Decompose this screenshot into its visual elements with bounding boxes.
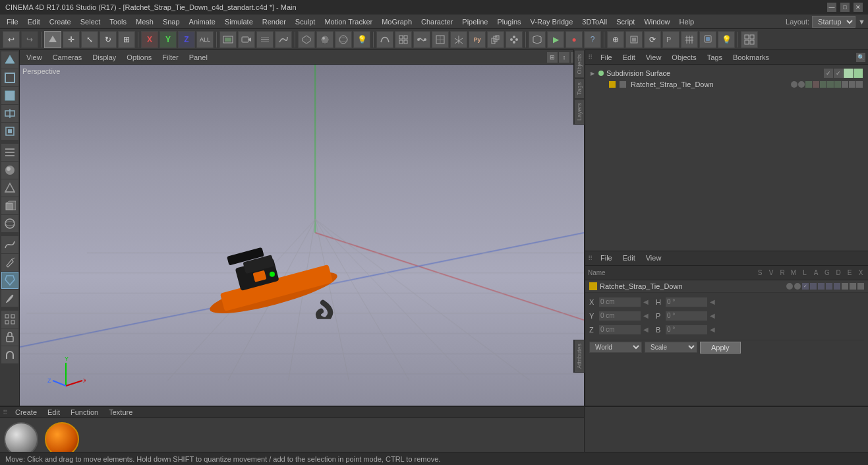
phong-button[interactable] (316, 31, 333, 48)
vp-menu-view[interactable]: View (22, 52, 46, 63)
perspective-button[interactable] (298, 31, 315, 48)
bulb-button[interactable]: 💡 (718, 31, 735, 48)
mat-menu-create[interactable]: Create (11, 407, 41, 418)
menu-snap[interactable]: Snap (159, 16, 184, 27)
obj-mgr-search-icon[interactable]: 🔍 (856, 53, 865, 62)
menu-animate[interactable]: Animate (185, 16, 219, 27)
menu-select[interactable]: Select (76, 16, 105, 27)
obj-row-ratchet[interactable]: Ratchet_Strap_Tie_Down (588, 79, 865, 90)
ratchet-sm-2[interactable] (813, 81, 819, 88)
menu-tools[interactable]: Tools (105, 16, 130, 27)
y-axis-button[interactable]: Y (159, 31, 177, 48)
vp-menu-filter[interactable]: Filter (158, 52, 182, 63)
rotate2-button[interactable]: ⟳ (644, 31, 661, 48)
deform-button[interactable] (376, 31, 393, 48)
sphere-icon[interactable] (1, 215, 18, 232)
active-tool-icon[interactable] (1, 272, 18, 289)
object-mode-icon[interactable] (1, 51, 18, 69)
minimize-button[interactable]: — (827, 3, 836, 12)
display-tag-button[interactable] (529, 31, 546, 48)
paint-tool-icon[interactable] (1, 290, 18, 307)
pen-tool-icon[interactable] (1, 254, 18, 271)
subdiv-swatch2[interactable] (854, 69, 863, 78)
grid-snap-icon[interactable] (1, 311, 18, 328)
attr-menu-edit[interactable]: Edit (619, 253, 639, 263)
shading-icon[interactable] (1, 162, 18, 179)
uvw-mode-icon[interactable] (1, 123, 18, 140)
z-axis-button[interactable]: Z (178, 31, 195, 48)
mat-menu-edit[interactable]: Edit (43, 407, 64, 418)
world-dropdown[interactable]: World Local Object (589, 342, 642, 353)
vtab-attributes[interactable]: Attributes (574, 340, 585, 373)
display-lines-icon[interactable] (1, 144, 18, 161)
z-pos-input[interactable] (598, 325, 641, 335)
ratchet-sm-3[interactable] (820, 81, 826, 88)
apply-button[interactable]: Apply (700, 342, 741, 354)
vtab-layers[interactable]: Layers (574, 99, 585, 125)
menu-edit[interactable]: Edit (24, 16, 44, 27)
py-button[interactable]: Py (469, 31, 486, 48)
menu-help[interactable]: Help (676, 16, 699, 27)
question-button[interactable]: ? (584, 31, 601, 48)
model-mode-button[interactable] (44, 31, 61, 48)
vertex-mode-icon[interactable] (1, 105, 18, 122)
ratchet-sm-5[interactable] (834, 81, 841, 88)
b-rot-input[interactable] (665, 325, 708, 335)
menu-plugins[interactable]: Plugins (493, 16, 525, 27)
maximize-button[interactable]: □ (840, 3, 850, 12)
close-button[interactable]: ✕ (854, 3, 863, 12)
obj-row-subdivision[interactable]: ▶ Subdivision Surface ✓ ✓ (588, 67, 865, 79)
spline-button[interactable] (413, 31, 430, 48)
curve-editor-button[interactable] (275, 31, 292, 48)
subdiv-check-2[interactable]: ✓ (834, 69, 843, 78)
obj-menu-objects[interactable]: Objects (668, 52, 700, 63)
menu-file[interactable]: File (3, 16, 22, 27)
face-mode-icon[interactable] (1, 87, 18, 104)
timeline-button[interactable] (256, 31, 274, 48)
ratchet-sm-6[interactable] (842, 81, 848, 88)
vp-icon-1[interactable]: ⊞ (547, 52, 558, 63)
transform-tool-button[interactable]: ⊞ (118, 31, 135, 48)
lock-icon[interactable] (1, 328, 18, 346)
h-rot-input[interactable] (665, 297, 708, 307)
vp-menu-options[interactable]: Options (123, 52, 156, 63)
record-button[interactable]: ● (565, 31, 583, 48)
redo-button[interactable]: ↪ (21, 31, 38, 48)
play-button[interactable]: ▶ (547, 31, 564, 48)
select-button[interactable] (625, 31, 643, 48)
undo-button[interactable]: ↩ (3, 31, 20, 48)
move2-button[interactable]: ⊕ (607, 31, 624, 48)
obj-menu-bookmarks[interactable]: Bookmarks (729, 52, 773, 63)
subdiv-swatch[interactable] (844, 69, 853, 78)
sphere-display-button[interactable] (335, 31, 352, 48)
layout-arrow-icon[interactable]: ▼ (858, 18, 865, 26)
array-button[interactable] (395, 31, 412, 48)
camera-button[interactable] (238, 31, 255, 48)
menu-window[interactable]: Window (640, 16, 674, 27)
layout-select[interactable]: Startup (812, 16, 855, 28)
effectors-button[interactable] (506, 31, 523, 48)
attr-obj-row[interactable]: Ratchet_Strap_Tie_Down ✓ (585, 280, 868, 293)
y-pos-input[interactable] (598, 311, 641, 321)
vp-menu-cameras[interactable]: Cameras (49, 52, 86, 63)
menu-script[interactable]: Script (612, 16, 639, 27)
subdiv-check-1[interactable]: ✓ (824, 69, 833, 78)
multi-view-button[interactable] (741, 31, 758, 48)
menu-create[interactable]: Create (45, 16, 75, 27)
paint-button[interactable] (699, 31, 716, 48)
scale-dropdown[interactable]: Scale Size (645, 342, 697, 353)
ratchet-sm-7[interactable] (849, 81, 855, 88)
menu-pipeline[interactable]: Pipeline (458, 16, 492, 27)
obj-menu-tags[interactable]: Tags (703, 52, 726, 63)
menu-simulate[interactable]: Simulate (221, 16, 257, 27)
mat-menu-texture[interactable]: Texture (105, 407, 136, 418)
cloner-button[interactable] (487, 31, 504, 48)
spline-tool-icon[interactable] (1, 236, 18, 253)
ratchet-sm-1[interactable] (805, 81, 812, 88)
attr-menu-file[interactable]: File (596, 253, 616, 263)
edge-mode-icon[interactable] (1, 69, 18, 86)
vp-icon-2[interactable]: ↕ (559, 52, 569, 63)
vp-menu-display[interactable]: Display (88, 52, 120, 63)
ratchet-sm-4[interactable] (827, 81, 834, 88)
scale-tool-button[interactable]: ⤡ (81, 31, 98, 48)
